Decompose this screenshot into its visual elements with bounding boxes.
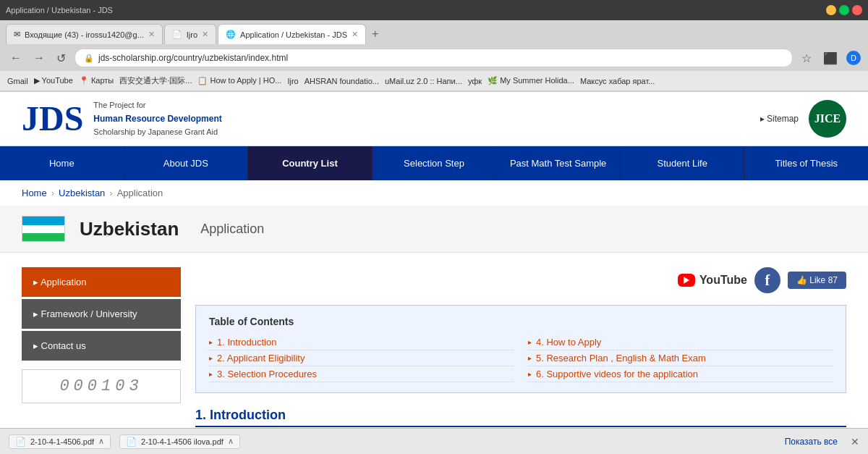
breadcrumb-home[interactable]: Home [22,188,47,198]
bookmark-ijro[interactable]: Ijro [287,77,298,85]
minimize-button[interactable] [826,5,836,15]
tab-ijro[interactable]: 📄 Ijro ✕ [164,24,216,44]
url-field[interactable]: 🔒 jds-scholarship.org/country/uzbekistan… [75,49,793,67]
new-tab-button[interactable]: + [367,28,383,41]
country-name: Uzbekistan [80,218,179,240]
tab-jds-favicon: 🌐 [226,30,236,39]
flag-white-stripe [22,225,64,233]
nav-student-life[interactable]: Student Life [621,146,745,180]
toc-item-3[interactable]: ▸ 3. Selection Procedures [209,366,514,382]
tab-ijro-favicon: 📄 [172,30,182,39]
bookmarks-bar: Gmail ▶ YouTube 📍 Карты 西安交通大学·国际... 📋 H… [0,71,868,91]
bookmark-maps[interactable]: 📍 Карты [79,76,114,85]
nav-country-list[interactable]: Country List [248,146,373,180]
title-bar: Application / Uzbekistan - JDS [0,0,868,20]
toc-item-2[interactable]: ▸ 2. Applicant Eligibility [209,350,514,366]
star-button[interactable]: ☆ [799,50,814,67]
tagline-line2: Human Resource Development [93,112,221,126]
tab-jds[interactable]: 🌐 Application / Uzbekistan - JDS ✕ [218,24,366,44]
tab-inbox[interactable]: ✉ Входящие (43) - irossu1420@g... ✕ [6,24,163,44]
bookmark-summer[interactable]: 🌿 My Summer Holida... [488,76,574,85]
download-chevron-1[interactable]: ∧ [98,437,104,446]
nav-about[interactable]: About JDS [124,146,249,180]
nav-selection-step[interactable]: Selection Step [373,146,497,180]
url-text: jds-scholarship.org/country/uzbekistan/i… [98,53,288,63]
site-wrapper: JDS The Project for Human Resource Devel… [0,92,868,454]
pdf-icon-1: 📄 [15,437,26,447]
forward-button[interactable]: → [30,50,48,66]
title-bar-text: Application / Uzbekistan - JDS [6,6,822,14]
bookmark-umail[interactable]: uMail.uz 2.0 :: Напи... [385,77,462,85]
toc-arrow-4: ▸ [528,338,532,346]
tab-bar: ✉ Входящие (43) - irossu1420@g... ✕ 📄 Ij… [0,20,868,45]
toc-item-6[interactable]: ▸ 6. Supportive videos for the applicati… [528,366,833,382]
download-label-1: 2-10-4-1-4506.pdf [30,437,94,446]
tab-jds-close[interactable]: ✕ [352,30,358,39]
toc-item-4[interactable]: ▸ 4. How to Apply [528,335,833,350]
bookmark-ahsran[interactable]: AHSRAN foundatio... [305,77,379,85]
sidebar-item-framework[interactable]: ▸ Framework / University [22,299,181,329]
back-button[interactable]: ← [7,50,25,66]
toc-label-4: 4. How to Apply [536,337,601,348]
like-button[interactable]: 👍 Like 87 [788,272,846,289]
nav-home[interactable]: Home [0,146,124,180]
toc-label-6: 6. Supportive videos for the application [536,369,698,379]
browser-chrome: Application / Uzbekistan - JDS ✉ Входящи… [0,0,868,92]
download-chevron-2[interactable]: ∧ [228,437,234,446]
bookmark-youtube[interactable]: ▶ YouTube [34,76,73,85]
toc-label-1: 1. Introduction [217,337,276,348]
intro-title: 1. Introduction [195,408,846,427]
toc-arrow-1: ▸ [209,338,213,346]
content-area: ▸ Application ▸ Framework / University ▸… [0,253,868,454]
youtube-play-icon [684,277,689,284]
toc-item-5[interactable]: ▸ 5. Research Plan , English & Math Exam [528,350,833,366]
bookmark-ufk[interactable]: уфк [468,77,482,85]
toc-item-1[interactable]: ▸ 1. Introduction [209,335,514,350]
header-right: ▸ Sitemap JICE [760,100,846,138]
tagline-line3: Scholarship by Japanese Grant Aid [93,126,221,139]
youtube-icon [678,274,695,287]
lock-icon: 🔒 [84,54,94,63]
like-text: Like [809,275,825,285]
nav-thesis[interactable]: Titles of Thesis [744,146,868,180]
bookmark-howtoapply[interactable]: 📋 How to Apply | HO... [197,76,281,85]
facebook-letter: f [765,272,770,289]
extensions-button[interactable]: ⬛ [820,50,841,67]
close-downloads-bar[interactable]: ✕ [851,436,859,447]
tab-jds-label: Application / Uzbekistan - JDS [240,30,347,39]
sidebar-item-application[interactable]: ▸ Application [22,267,181,297]
tab-inbox-favicon: ✉ [14,30,20,39]
downloads-bar: 📄 2-10-4-1-4506.pdf ∧ 📄 2-10-4-1-4506 il… [0,428,868,454]
sidebar-item-contact[interactable]: ▸ Contact us [22,331,181,361]
tab-inbox-close[interactable]: ✕ [148,30,155,39]
facebook-icon[interactable]: f [754,267,780,293]
close-window-button[interactable] [852,5,862,15]
toc-arrow-3: ▸ [209,370,213,378]
jice-logo[interactable]: JICE [809,100,846,138]
like-label: 👍 [796,275,809,285]
toc-arrow-6: ▸ [528,370,532,378]
logo-tagline: The Project for Human Resource Developme… [93,99,221,138]
tab-ijro-close[interactable]: ✕ [202,30,208,39]
youtube-button[interactable]: YouTube [678,274,747,287]
maximize-button[interactable] [839,5,849,15]
bookmark-xjtu[interactable]: 西安交通大学·国际... [119,75,192,86]
show-all-downloads[interactable]: Показать все [785,437,838,447]
toc-arrow-2: ▸ [209,354,213,362]
toc-box: Table of Contents ▸ 1. Introduction ▸ 2.… [195,305,846,393]
reload-button[interactable]: ↺ [54,50,69,67]
download-item-1[interactable]: 📄 2-10-4-1-4506.pdf ∧ [9,434,111,449]
toc-grid: ▸ 1. Introduction ▸ 2. Applicant Eligibi… [209,335,833,382]
breadcrumb-uzbekistan[interactable]: Uzbekistan [59,188,105,198]
logo-jds-letters: JDS [22,101,83,136]
captcha-area: 000103 [22,369,181,403]
nav-math-test[interactable]: Past Math Test Sample [496,146,621,180]
profile-button[interactable]: D [846,51,861,65]
flag-green-stripe [22,233,64,241]
sitemap-link[interactable]: ▸ Sitemap [760,114,799,124]
download-item-2[interactable]: 📄 2-10-4-1-4506 ilova.pdf ∧ [119,434,240,449]
jice-text: JICE [814,112,841,125]
bookmark-maxsus[interactable]: Максус хабар ярат... [580,77,655,85]
uzbekistan-flag [22,216,65,242]
bookmark-gmail[interactable]: Gmail [7,77,28,85]
